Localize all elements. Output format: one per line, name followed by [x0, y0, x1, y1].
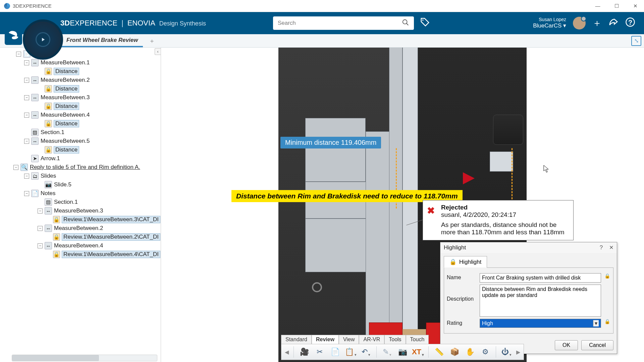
tree-node-dist[interactable]: 🔒Distance	[38, 84, 157, 93]
tree-label: MeasureBetween.5	[41, 138, 90, 144]
gear-search-icon[interactable]: ⚙	[480, 346, 491, 358]
svg-point-0	[403, 19, 407, 24]
tree-node-path[interactable]: 🔒Review.1\MeasureBetween.4\CAT_DI	[51, 250, 157, 259]
tree-label: MeasureBetween.3	[41, 94, 90, 101]
expand-right-icon[interactable]: ▶	[516, 349, 520, 355]
dialog-help-button[interactable]: ?	[600, 244, 603, 251]
brand-sub: Design Synthesis	[159, 20, 206, 27]
hand-icon[interactable]: ✋	[464, 346, 476, 358]
tree-node-slides[interactable]: −🗂Slides	[24, 172, 157, 180]
tree-node-dist[interactable]: 🔒Distance	[38, 145, 157, 154]
tree-label: Review.1\MeasureBetween.4\CAT_DI	[63, 251, 159, 257]
btm-tab-tools[interactable]: Tools	[384, 335, 406, 344]
tree-node-r-mb2[interactable]: −↔MeasureBetween.2	[38, 224, 157, 233]
tab-add-button[interactable]: ＋	[149, 37, 155, 45]
ok-button[interactable]: OK	[555, 340, 578, 350]
tree-node-path[interactable]: 🔒Review.1\MeasureBetween.3\CAT_DI	[51, 215, 157, 224]
tree-node-arrow1[interactable]: ➤Arrow.1	[24, 154, 157, 163]
tree-label: Distance	[55, 68, 77, 74]
tree-node-section1[interactable]: ▨Section.1	[24, 128, 157, 137]
measurement-label: Minimum distance 119.406mm	[280, 137, 381, 148]
svg-line-1	[407, 23, 409, 25]
fullscreen-icon[interactable]: ⤡	[631, 36, 641, 46]
tree-node-r-mb3[interactable]: −↔MeasureBetween.3	[38, 206, 157, 215]
maximize-button[interactable]: ☐	[612, 1, 621, 11]
tree-hscrollbar[interactable]	[12, 355, 157, 361]
dialog-close-button[interactable]: ✕	[609, 245, 613, 250]
tree-node-dist[interactable]: 🔒Distance	[38, 102, 157, 111]
paste-icon[interactable]: 📋	[345, 346, 356, 358]
minimize-button[interactable]: —	[593, 1, 602, 11]
record-icon[interactable]: 🎥	[299, 346, 310, 358]
tree-label: Distance	[55, 103, 77, 109]
help-icon[interactable]: ?	[625, 17, 635, 29]
tree-node-mb4[interactable]: −↔MeasureBetween.4	[24, 111, 157, 119]
copy-icon[interactable]: 📄	[329, 346, 341, 358]
btm-tab-touch[interactable]: Touch	[406, 335, 429, 344]
user-block[interactable]: Susan Lopez BlueCarCS ▾	[533, 17, 566, 29]
tree-node-path[interactable]: 🔒Review.1\MeasureBetween.2\CAT_DI	[51, 233, 157, 241]
search-icon[interactable]	[402, 19, 409, 28]
tree-node-dist[interactable]: 🔒Distance	[38, 119, 157, 128]
box-icon[interactable]: 📦	[449, 346, 460, 358]
user-name: Susan Lopez	[533, 17, 566, 22]
tree-node-dist[interactable]: 🔒Distance	[38, 67, 157, 76]
tree-label: Section.1	[54, 199, 78, 205]
dialog-tab-highlight[interactable]: 🔒 Highlight	[444, 256, 487, 268]
user-company: BlueCarCS	[533, 22, 561, 29]
add-icon[interactable]: ＋	[592, 17, 602, 29]
tab-review[interactable]: Front Wheel Brake Review	[62, 34, 143, 47]
close-button[interactable]: ✕	[631, 1, 640, 11]
label-rating: Rating	[447, 319, 477, 326]
search-input[interactable]: Search	[273, 16, 414, 30]
logo-3ds[interactable]	[5, 27, 22, 45]
top-bar: 3DEXPERIENCE | ENOVIA Design Synthesis S…	[0, 12, 644, 34]
tree-node-reply[interactable]: −🔍Reply to slide 5 of Tire and Rim defin…	[13, 163, 157, 172]
dialog-titlebar[interactable]: Highlight ? ✕	[440, 242, 617, 253]
tree-label: Reply to slide 5 of Tire and Rim definit…	[30, 164, 140, 171]
tree-label: Review.1\MeasureBetween.3\CAT_DI	[63, 216, 159, 223]
tree-label: MeasureBetween.4	[54, 242, 103, 249]
compass-play-icon[interactable]	[36, 32, 50, 47]
tree-label: MeasureBetween.3	[54, 207, 103, 214]
brand: 3DEXPERIENCE | ENOVIA Design Synthesis	[60, 19, 206, 27]
cancel-button[interactable]: Cancel	[581, 340, 613, 350]
btm-tab-view[interactable]: View	[339, 335, 359, 344]
tree-node-mb3[interactable]: −↔MeasureBetween.3	[24, 93, 157, 102]
ruler-icon[interactable]: 📏	[433, 346, 445, 358]
input-name[interactable]	[480, 273, 601, 283]
tree-node-mb5[interactable]: −↔MeasureBetween.5	[24, 137, 157, 145]
tree-node-mb2[interactable]: −↔MeasureBetween.2	[24, 76, 157, 84]
collapse-tree-button[interactable]: ‹	[155, 48, 161, 55]
measurement-text: Minimum distance 119.406mm	[285, 139, 376, 146]
pencil-icon[interactable]: ✎	[381, 346, 393, 358]
comment-box[interactable]: ✖ Rejected susanl, 4/2/2020, 20:24:17 As…	[423, 200, 574, 240]
lock-icon[interactable]: 🔒	[604, 319, 610, 324]
btm-tab-review[interactable]: Review	[312, 335, 339, 344]
input-description[interactable]	[480, 285, 601, 317]
tree-label: Arrow.1	[41, 155, 60, 162]
power-icon[interactable]: ⏻	[501, 346, 512, 358]
mouse-cursor	[543, 165, 549, 175]
share-icon[interactable]	[608, 17, 619, 29]
camera-icon[interactable]: 📷	[397, 346, 408, 358]
expand-left-icon[interactable]: ◀	[285, 349, 289, 355]
tree-node-notes2[interactable]: −📄Notes	[24, 189, 157, 198]
tree-node-r-mb4[interactable]: −↔MeasureBetween.4	[38, 241, 157, 250]
dialog-tab-label: Highlight	[459, 259, 481, 265]
tag-icon[interactable]	[420, 17, 430, 29]
viewport-3d[interactable]: Minimum distance 119.406mm Distance betw…	[161, 48, 644, 362]
select-rating[interactable]: High ▾	[480, 319, 601, 328]
text-annotation-icon[interactable]: XT	[412, 346, 424, 358]
tree-node-section1b[interactable]: ▨Section.1	[38, 198, 157, 206]
lock-icon[interactable]: 🔒	[604, 273, 610, 279]
compass[interactable]	[23, 19, 63, 60]
tree-node-slide5[interactable]: 📷Slide.5	[38, 180, 157, 189]
tree-label: Distance	[55, 120, 77, 127]
btm-tab-standard[interactable]: Standard	[281, 335, 312, 344]
cut-icon[interactable]: ✂	[314, 346, 325, 358]
avatar[interactable]	[573, 17, 586, 29]
chevron-down-icon: ▾	[593, 320, 599, 326]
btm-tab-arvr[interactable]: AR-VR	[359, 335, 384, 344]
undo-icon[interactable]: ↶	[360, 346, 372, 358]
